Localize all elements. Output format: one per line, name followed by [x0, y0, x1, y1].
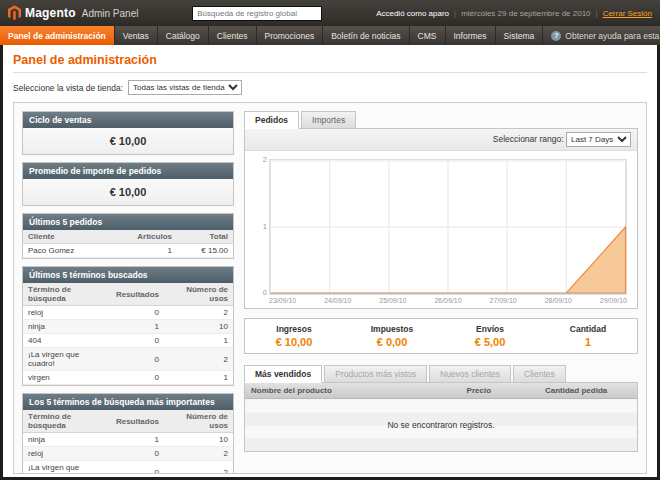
tab-orders[interactable]: Pedidos [244, 111, 299, 129]
nav-item-reports[interactable]: Informes [446, 26, 496, 45]
user-area: Accedió como aparo | miércoles 29 de sep… [376, 9, 652, 18]
top-search-terms-panel: Los 5 términos de búsqueda más important… [22, 393, 234, 474]
col-header: Total [177, 230, 233, 244]
x-tick-label: 25/09/10 [379, 297, 406, 304]
table-row[interactable]: ninja 1 10 [23, 433, 233, 447]
total-quantity: Cantidad 1 [539, 324, 637, 348]
logout-link[interactable]: Cerrar Sesión [603, 9, 652, 18]
nav-item-cms[interactable]: CMS [410, 26, 446, 45]
tab-customers[interactable]: Clientes [513, 365, 566, 383]
table-row[interactable]: reloj 0 2 [23, 447, 233, 461]
col-header: Término de búsqueda [23, 410, 111, 433]
panel-title: Promedio de importe de pedidos [23, 163, 233, 179]
table-header-row: Nombre del producto Precio Cantidad pedi… [245, 383, 637, 399]
help-link[interactable]: ? Obtener ayuda para esta página [543, 26, 660, 45]
chart-plot [269, 159, 627, 295]
nav-item-newsletter[interactable]: Boletín de noticias [323, 26, 409, 45]
store-view-select[interactable]: Todas las vistas de tienda [128, 80, 242, 95]
tab-most-viewed[interactable]: Productos más vistos [324, 365, 427, 383]
nav-item-customers[interactable]: Clientes [209, 26, 257, 45]
table-row[interactable]: reloj 0 2 [23, 306, 233, 320]
nav-item-dashboard[interactable]: Panel de administración [0, 26, 115, 45]
magento-logo[interactable]: Magento Admin Panel [8, 5, 138, 21]
cell-term: reloj [23, 306, 111, 320]
cell-uses: 10 [164, 320, 233, 334]
global-search-input[interactable] [192, 6, 322, 21]
range-selector-row: Seleccionar rango: Last 7 Days [245, 129, 637, 151]
store-view-row: Seleccione la vista de tienda: Todas las… [13, 80, 647, 95]
nav-item-promotions[interactable]: Promociones [257, 26, 324, 45]
cell-uses: 2 [164, 306, 233, 320]
current-date: miércoles 29 de septiembre de 2010 [461, 9, 590, 18]
main-nav: Panel de administración Ventas Catálogo … [0, 26, 660, 45]
last-orders-table: Cliente Artículos Total Paco Gomez 1 € 1… [23, 230, 233, 258]
grid-tabs: Más vendidos Productos más vistos Nuevos… [244, 365, 638, 383]
magento-logo-icon [8, 5, 21, 21]
table-row[interactable]: Paco Gomez 1 € 15.00 [23, 244, 233, 258]
cell-term: ¡La virgen que cuadro! [23, 348, 111, 371]
separator: | [454, 9, 456, 18]
panel-title: Últimos 5 pedidos [23, 214, 233, 230]
x-tick-label: 23/09/10 [269, 297, 296, 304]
cell-uses: 2 [164, 348, 233, 371]
nav-item-sales[interactable]: Ventas [115, 26, 158, 45]
col-header: Número de usos [164, 283, 233, 306]
col-header: Resultados [111, 410, 164, 433]
tab-bestsellers[interactable]: Más vendidos [244, 365, 322, 383]
range-select[interactable]: Last 7 Days [566, 132, 631, 147]
cell-term: virgen [23, 371, 111, 385]
logged-in-as: Accedió como aparo [376, 9, 449, 18]
tab-amounts[interactable]: Importes [301, 111, 356, 129]
total-shipping: Envíos € 5,00 [441, 324, 539, 348]
cell-uses: 10 [164, 433, 233, 447]
cell-uses: 2 [164, 461, 233, 475]
x-tick-label: 28/09/10 [545, 297, 572, 304]
table-row[interactable]: 404 0 1 [23, 334, 233, 348]
cell-uses: 2 [164, 447, 233, 461]
x-tick-label: 26/09/10 [434, 297, 461, 304]
cell-uses: 1 [164, 334, 233, 348]
table-row[interactable]: ¡La virgen que cuadro! 0 2 [23, 461, 233, 475]
table-row[interactable]: virgen 0 1 [23, 371, 233, 385]
top-search-terms-table: Término de búsqueda Resultados Número de… [23, 410, 233, 474]
total-revenue: Ingresos € 10,00 [245, 324, 343, 348]
panel-title: Los 5 términos de búsqueda más important… [23, 394, 233, 410]
total-value: 1 [539, 336, 637, 348]
dashboard-main-box: Ciclo de ventas € 10,00 Promedio de impo… [13, 102, 647, 474]
empty-row: No se encontraron registros. [245, 399, 637, 451]
sales-cycle-panel: Ciclo de ventas € 10,00 [22, 111, 234, 155]
avg-order-value: € 10,00 [23, 179, 233, 205]
logo-subtitle: Admin Panel [82, 8, 139, 19]
col-header: Cliente [23, 230, 109, 244]
total-label: Ingresos [245, 324, 343, 334]
table-row[interactable]: ¡La virgen que cuadro! 0 2 [23, 348, 233, 371]
orders-chart: 2 1 0 23/09/10 24/09/10 25/09/10 26/09/1… [245, 151, 637, 308]
magento-admin-window: Magento Admin Panel Accedió como aparo |… [0, 0, 660, 480]
col-header: Nombre del producto [245, 383, 461, 399]
table-header-row: Término de búsqueda Resultados Número de… [23, 283, 233, 306]
cell-total: € 15.00 [177, 244, 233, 258]
nav-item-system[interactable]: Sistema [496, 26, 544, 45]
cell-uses: 1 [164, 371, 233, 385]
table-header-row: Cliente Artículos Total [23, 230, 233, 244]
y-tick-label: 1 [257, 222, 267, 231]
col-header: Resultados [111, 283, 164, 306]
totals-box: Ingresos € 10,00 Impuestos € 0,00 Envíos… [244, 318, 638, 354]
bestsellers-table: Nombre del producto Precio Cantidad pedi… [245, 383, 637, 451]
help-icon: ? [551, 31, 561, 41]
tab-new-customers[interactable]: Nuevos clientes [429, 365, 511, 383]
x-tick-label: 27/09/10 [490, 297, 517, 304]
total-tax: Impuestos € 0,00 [343, 324, 441, 348]
help-label: Obtener ayuda para esta página [565, 31, 660, 41]
col-header: Precio [461, 383, 539, 399]
cell-term: ninja [23, 320, 111, 334]
col-header: Artículos [109, 230, 177, 244]
page-title: Panel de administración [13, 53, 647, 67]
x-axis-labels: 23/09/10 24/09/10 25/09/10 26/09/10 27/0… [269, 297, 627, 304]
table-row[interactable]: ninja 1 10 [23, 320, 233, 334]
total-label: Impuestos [343, 324, 441, 334]
nav-item-catalog[interactable]: Catálogo [158, 26, 209, 45]
last-orders-panel: Últimos 5 pedidos Cliente Artículos Tota… [22, 213, 234, 259]
store-view-label: Seleccione la vista de tienda: [13, 83, 123, 93]
chart-wrap: 2 1 0 23/09/10 24/09/10 25/09/10 26/09/1… [269, 159, 627, 304]
